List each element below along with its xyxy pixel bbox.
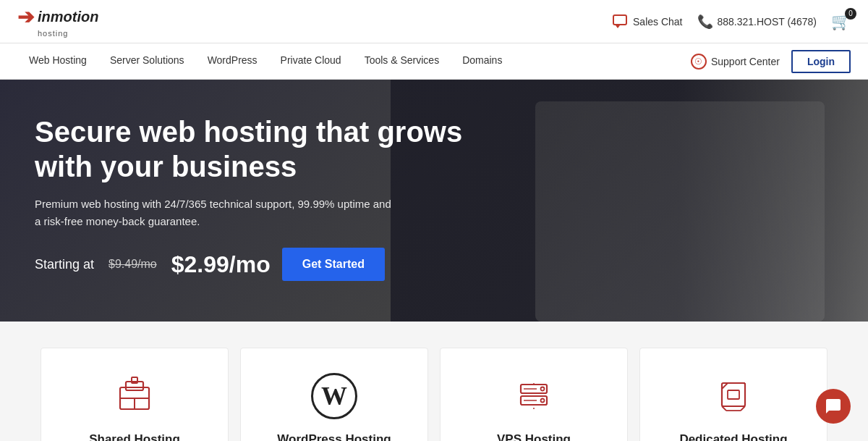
logo[interactable]: ➔ inmotion hosting <box>17 5 98 38</box>
nav-right: ☉ Support Center Login <box>691 50 851 73</box>
cart-badge: 0 <box>845 8 856 20</box>
hero-old-price: $9.49/mo <box>109 258 157 271</box>
support-center-label: Support Center <box>711 56 780 67</box>
hero-starting-label: Starting at <box>35 257 94 272</box>
phone-contact[interactable]: 📞 888.321.HOST (4678) <box>697 14 817 30</box>
shared-hosting-icon <box>110 371 159 421</box>
nav-item-server-solutions[interactable]: Server Solutions <box>98 43 196 79</box>
wordpress-hosting-icon: W <box>310 371 359 421</box>
svg-rect-12 <box>722 383 745 406</box>
card-wordpress-hosting[interactable]: W WordPress Hosting Best for WordPress p… <box>240 348 428 441</box>
nav-item-private-cloud[interactable]: Private Cloud <box>269 43 353 79</box>
logo-brand: ➔ inmotion <box>17 5 98 29</box>
hero-content: Secure web hosting that grows with your … <box>35 114 469 281</box>
sales-chat-button[interactable]: Sales Chat <box>613 14 682 29</box>
float-chat-icon <box>825 398 842 415</box>
nav-item-wordpress[interactable]: WordPress <box>196 43 269 79</box>
hero-subtitle: Premium web hosting with 24/7/365 techni… <box>35 196 396 230</box>
wp-logo: W <box>311 373 357 419</box>
get-started-button[interactable]: Get Started <box>282 248 385 281</box>
card-shared-hosting[interactable]: Shared Hosting Cost effective, fast, and… <box>41 348 229 441</box>
chat-icon <box>613 14 629 29</box>
card-vps-hosting[interactable]: VPS Hosting For high traffic sites, larg… <box>440 348 628 441</box>
logo-subtext: hosting <box>38 29 68 38</box>
nav-bar: Web Hosting Server Solutions WordPress P… <box>0 43 868 80</box>
svg-point-9 <box>541 399 545 403</box>
hosting-cards-section: Shared Hosting Cost effective, fast, and… <box>0 322 868 441</box>
hero-new-price: $2.99/mo <box>171 251 271 278</box>
vps-hosting-icon <box>509 371 558 421</box>
nav-item-web-hosting[interactable]: Web Hosting <box>17 43 98 79</box>
phone-icon: 📞 <box>697 14 713 30</box>
dedicated-hosting-icon <box>709 371 758 421</box>
vps-hosting-title: VPS Hosting <box>497 432 571 441</box>
cart-button[interactable]: 🛒 0 <box>831 12 851 31</box>
logo-text: inmotion <box>38 9 98 25</box>
svg-rect-0 <box>613 15 626 25</box>
top-bar-right: Sales Chat 📞 888.321.HOST (4678) 🛒 0 <box>613 12 851 31</box>
hero-price-row: Starting at $9.49/mo $2.99/mo Get Starte… <box>35 248 469 281</box>
nav-links: Web Hosting Server Solutions WordPress P… <box>17 43 514 79</box>
svg-rect-13 <box>728 390 739 399</box>
sales-chat-label: Sales Chat <box>633 16 682 28</box>
nav-item-tools-services[interactable]: Tools & Services <box>353 43 451 79</box>
login-button[interactable]: Login <box>791 50 851 73</box>
svg-point-8 <box>541 387 545 391</box>
float-chat-button[interactable] <box>816 389 851 424</box>
shared-hosting-title: Shared Hosting <box>89 432 180 441</box>
card-dedicated-hosting[interactable]: Dedicated Hosting For the largest sites,… <box>639 348 827 441</box>
dedicated-hosting-title: Dedicated Hosting <box>679 432 787 441</box>
wordpress-hosting-title: WordPress Hosting <box>277 432 391 441</box>
top-bar: ➔ inmotion hosting Sales Chat 📞 888.321.… <box>0 0 868 43</box>
hero-title: Secure web hosting that grows with your … <box>35 114 469 184</box>
hero-section: Secure web hosting that grows with your … <box>0 80 868 322</box>
logo-swoosh-icon: ➔ <box>17 5 34 29</box>
nav-item-domains[interactable]: Domains <box>451 43 514 79</box>
phone-number: 888.321.HOST (4678) <box>718 16 817 28</box>
support-icon: ☉ <box>691 54 707 70</box>
support-center-link[interactable]: ☉ Support Center <box>691 54 780 70</box>
